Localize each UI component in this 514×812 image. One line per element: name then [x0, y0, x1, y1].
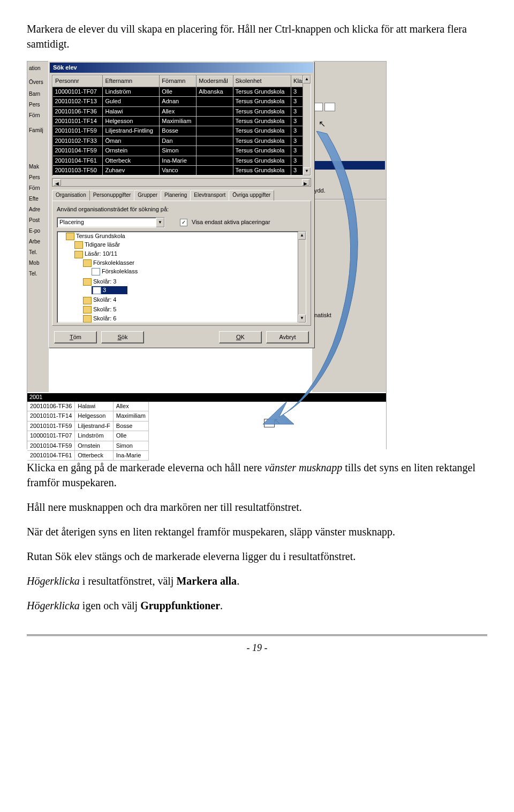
bg-label: Övers — [27, 75, 49, 86]
scroll-right-icon[interactable]: ► — [302, 179, 309, 186]
scroll-up-icon[interactable]: ▲ — [298, 232, 306, 240]
table-row[interactable]: 20010106-TF36HalawiAllex — [27, 402, 148, 411]
col-header[interactable]: Förnamn — [160, 76, 196, 87]
table-cell: 20010106-TF36 — [53, 106, 103, 116]
tree-scrollbar-v[interactable]: ▲ ▼ — [298, 232, 306, 323]
tab-elevtransport[interactable]: Elevtransport — [190, 190, 229, 201]
scroll-down-icon[interactable]: ▼ — [303, 167, 311, 175]
result-header-text: 2001 — [27, 394, 42, 400]
table-cell: 10000101-TF07 — [53, 87, 103, 96]
tree-node[interactable]: Förskoleklasser Förskoleklass — [83, 258, 306, 277]
bg-label: Mob — [27, 256, 49, 267]
scroll-down-icon[interactable]: ▼ — [298, 315, 306, 323]
bg-label: Pers — [27, 98, 49, 109]
col-header[interactable]: Modersmål — [196, 76, 233, 87]
chevron-down-icon[interactable]: ▼ — [156, 218, 164, 227]
table-cell — [196, 106, 233, 116]
table-cell: Simon — [113, 441, 148, 450]
grid-scrollbar-h[interactable]: ◄ ► — [52, 178, 311, 187]
bg-label: Barn — [27, 87, 49, 98]
para4: När det återigen syns en liten rektangel… — [27, 524, 487, 539]
table-row[interactable]: 20010102-TF33ÖmanDanTersus Grundskola3 — [53, 136, 311, 145]
tree-node-selected[interactable]: 3 — [92, 286, 306, 295]
table-cell: Otterbeck — [75, 450, 114, 460]
tom-button[interactable]: Töm — [54, 331, 97, 343]
table-row[interactable]: 20010106-TF36HalawiAllexTersus Grundskol… — [53, 106, 311, 116]
tree-node[interactable]: Förskoleklass — [92, 267, 306, 276]
tab-planering[interactable]: Planering — [161, 190, 191, 201]
visa-aktiva-checkbox[interactable]: ✓ — [180, 219, 187, 226]
table-cell: Maximiliam — [160, 116, 196, 126]
folder-icon — [74, 241, 83, 249]
table-cell: Tersus Grundskola — [233, 116, 291, 126]
table-row[interactable]: 20010101-TF59Liljestrand-FBosse — [27, 421, 148, 431]
student-grid[interactable]: Personnr Efternamn Förnamn Modersmål Sko… — [52, 75, 311, 176]
table-cell: Tersus Grundskola — [233, 165, 291, 175]
result-grid[interactable]: 20010106-TF36HalawiAllex20010101-TF14Hel… — [27, 402, 149, 461]
tab-organisation[interactable]: Organisation — [52, 190, 90, 201]
table-cell — [196, 97, 233, 106]
sok-elev-dialog: Sök elev Personnr Efternamn Förnamn Mode… — [49, 62, 314, 348]
table-cell: Olle — [113, 431, 148, 441]
para2: Klicka en gång på de markerade eleverna … — [27, 460, 487, 490]
tree-node[interactable]: Skolår: 6 — [83, 314, 306, 323]
table-cell: Liljestrand-Fintling — [103, 126, 160, 136]
table-cell: Maximiliam — [113, 411, 148, 421]
bg-text: ydd. — [312, 186, 386, 196]
table-cell: 20010106-TF36 — [27, 402, 75, 411]
table-cell: Helgesson — [103, 116, 160, 126]
col-header[interactable]: Skolenhet — [233, 76, 291, 87]
grid-scrollbar-v[interactable]: ▲ ▼ — [303, 75, 311, 175]
table-cell — [196, 136, 233, 145]
scroll-left-icon[interactable]: ◄ — [54, 179, 61, 186]
table-cell: Allex — [160, 106, 196, 116]
bg-label: Förn — [27, 181, 49, 192]
ok-button[interactable]: OK — [219, 331, 262, 343]
table-row[interactable]: 20010104-TF59OrnsteinSimon — [27, 441, 148, 450]
table-cell: 20010101-TF59 — [53, 126, 103, 136]
avbryt-button[interactable]: Avbryt — [266, 331, 309, 343]
tree-node[interactable]: Skolår: 3 3 — [83, 277, 306, 296]
placering-dropdown[interactable]: Placering ▼ — [57, 217, 165, 228]
table-cell: Ornstein — [103, 146, 160, 156]
tab-personuppgifter[interactable]: Personuppgifter — [89, 190, 135, 201]
table-row[interactable]: 20010101-TF14HelgessonMaximiliam — [27, 411, 148, 421]
table-row[interactable]: 10000101-TF07LindströmOlle — [27, 431, 148, 441]
cursor-icon: ↖ — [274, 416, 281, 427]
org-tree[interactable]: Tersus Grundskola Tidigare läsår Läsår: … — [57, 231, 306, 323]
table-row[interactable]: 20010104-TF61OtterbeckIna-Marie — [27, 450, 148, 460]
tree-node[interactable]: Skolår: 5 — [83, 305, 306, 314]
sok-button[interactable]: Sök — [101, 331, 144, 343]
table-row[interactable]: 20010104-TF59OrnsteinSimonTersus Grundsk… — [53, 146, 311, 156]
table-cell: Ina-Marie — [160, 156, 196, 165]
tab-grupper[interactable]: Grupper — [134, 190, 161, 201]
table-cell — [196, 126, 233, 136]
dialog-titlebar[interactable]: Sök elev — [50, 63, 313, 73]
table-cell: Simon — [160, 146, 196, 156]
table-cell: Olle — [160, 87, 196, 96]
table-cell: Öman — [103, 136, 160, 145]
tab-ovriga[interactable]: Övriga uppgifter — [229, 190, 274, 201]
col-header[interactable]: Efternamn — [103, 76, 160, 87]
tree-node[interactable]: Tersus Grundskola Tidigare läsår Läsår: … — [66, 232, 306, 323]
table-row[interactable]: 20010101-TF59Liljestrand-FintlingBosseTe… — [53, 126, 311, 136]
result-header-bar: 2001 — [27, 393, 386, 402]
drag-rectangle-icon — [264, 419, 275, 427]
search-tabs: Organisation Personuppgifter Grupper Pla… — [52, 190, 311, 201]
bg-label: Förn — [27, 109, 49, 119]
table-row[interactable]: 20010104-TF61OtterbeckIna-MarieTersus Gr… — [53, 156, 311, 165]
table-row[interactable]: 10000101-TF07LindströmOlleAlbanskaTersus… — [53, 87, 311, 96]
tree-node[interactable]: Läsår: 10/11 Förskoleklasser Förskolekla… — [74, 249, 306, 323]
scroll-up-icon[interactable]: ▲ — [303, 75, 311, 83]
table-row[interactable]: 20010101-TF14HelgessonMaximiliamTersus G… — [53, 116, 311, 126]
col-header[interactable]: Personnr — [53, 76, 103, 87]
tree-node[interactable]: Tidigare läsår — [74, 240, 306, 249]
table-row[interactable]: 20010103-TF50ZuhaevVancoTersus Grundskol… — [53, 165, 311, 175]
table-cell: 20010102-TF33 — [53, 136, 103, 145]
table-cell: Lindström — [75, 431, 114, 441]
table-cell: Bosse — [160, 126, 196, 136]
table-row[interactable]: 20010102-TF13GuledAdnanTersus Grundskola… — [53, 97, 311, 106]
tree-node[interactable]: Skolår: 4 — [83, 295, 306, 304]
para5: Rutan Sök elev stängs och de markerade e… — [27, 549, 487, 564]
intro-paragraph: Markera de elever du vill skapa en place… — [27, 21, 487, 51]
